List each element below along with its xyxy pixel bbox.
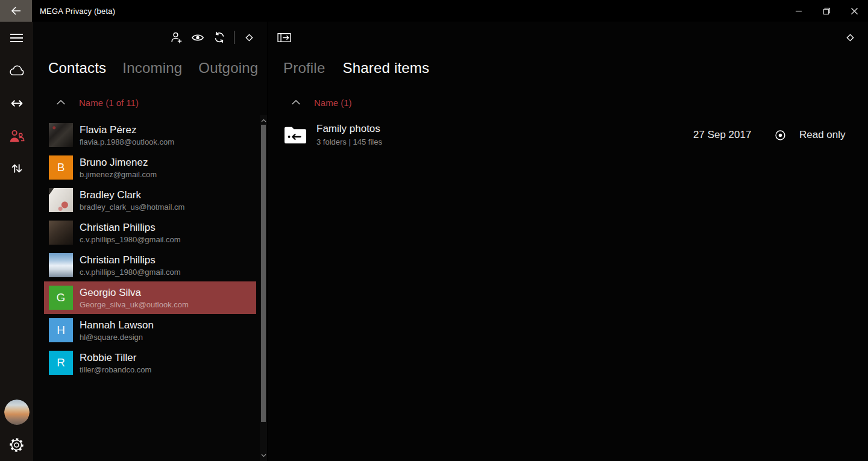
shared-item-text: Family photos 3 folders | 145 files xyxy=(316,122,382,147)
close-icon xyxy=(851,7,858,15)
contact-text: Christian Phillips c.v.phillips_1980@gma… xyxy=(80,254,181,277)
back-button[interactable] xyxy=(0,0,32,22)
read-only-icon xyxy=(775,130,786,141)
contact-row[interactable]: Flavia Pérez flavia.p.1988@outlook.com xyxy=(44,119,256,151)
tab-outgoing[interactable]: Outgoing xyxy=(198,60,258,77)
contact-name: Flavia Pérez xyxy=(80,124,174,136)
restore-button[interactable] xyxy=(813,0,840,22)
open-pane-icon xyxy=(277,33,291,43)
back-arrow-icon xyxy=(11,7,21,15)
sidebar-item-shared-folders[interactable] xyxy=(0,87,33,119)
sidebar xyxy=(0,22,33,461)
contact-name: Christian Phillips xyxy=(80,221,181,234)
shared-item-row[interactable]: Family photos 3 folders | 145 files 27 S… xyxy=(268,119,868,151)
contact-row-selected[interactable]: G Georgio Silva George_silva_uk@outlook.… xyxy=(44,281,256,314)
settings-button[interactable] xyxy=(0,428,33,461)
contact-avatar: R xyxy=(49,351,73,375)
shared-item-date: 27 Sep 2017 xyxy=(693,129,751,141)
contact-avatar xyxy=(49,253,73,277)
sync-icon xyxy=(213,31,225,43)
scrollbar-up-arrow[interactable] xyxy=(260,117,267,124)
add-contact-button[interactable] xyxy=(165,27,187,48)
sidebar-item-transfers[interactable] xyxy=(0,152,33,184)
contact-row[interactable]: Bradley Clark bradley_clark_us@hotmail.c… xyxy=(44,184,256,216)
contact-avatar xyxy=(49,188,73,212)
contact-name: Christian Phillips xyxy=(80,254,181,266)
hamburger-menu-button[interactable] xyxy=(0,22,33,54)
mega-privacy-app: MEGA Privacy (beta) xyxy=(0,0,868,461)
tab-contacts[interactable]: Contacts xyxy=(48,60,106,77)
contact-email: bradley_clark_us@hotmail.cm xyxy=(80,202,184,212)
contact-avatar: B xyxy=(49,155,73,180)
refresh-button[interactable] xyxy=(209,27,230,48)
contact-avatar xyxy=(49,221,73,245)
sidebar-item-cloud-drive[interactable] xyxy=(0,54,33,87)
sidebar-item-contacts[interactable] xyxy=(0,119,33,152)
contact-row[interactable]: R Robbie Tiller tiller@robandco.com xyxy=(44,347,256,379)
person-add-icon xyxy=(170,31,183,44)
avatar-initial: H xyxy=(57,324,65,337)
contacts-sort-button[interactable] xyxy=(238,27,260,48)
contact-name: Georgio Silva xyxy=(80,286,189,299)
gear-icon xyxy=(8,437,25,453)
contacts-panel: Contacts Incoming Outgoing Name (1 of 11… xyxy=(33,22,267,461)
contact-email: c.v.phillips_1980@gmail.com xyxy=(80,234,181,245)
open-pane-button[interactable] xyxy=(273,27,295,48)
shared-group-header[interactable]: Name (1) xyxy=(268,96,868,111)
contact-text: Robbie Tiller tiller@robandco.com xyxy=(80,351,151,375)
detail-toolbar-right xyxy=(839,27,861,48)
contact-text: Bruno Jimenez b.jimenez@gmail.com xyxy=(80,156,157,180)
contacts-group-label: Name (1 of 11) xyxy=(79,98,139,108)
shared-item-details: 3 folders | 145 files xyxy=(316,137,382,147)
contact-text: Bradley Clark bradley_clark_us@hotmail.c… xyxy=(80,189,184,212)
contacts-people-icon xyxy=(8,129,25,143)
contact-avatar: G xyxy=(49,286,73,310)
contact-row[interactable]: Christian Phillips c.v.phillips_1980@gma… xyxy=(44,216,256,249)
contact-text: Georgio Silva George_silva_uk@outlook.co… xyxy=(80,286,189,310)
titlebar: MEGA Privacy (beta) xyxy=(0,0,868,22)
restore-icon xyxy=(823,7,831,15)
app-title: MEGA Privacy (beta) xyxy=(40,7,115,16)
close-button[interactable] xyxy=(840,0,868,22)
minimize-button[interactable] xyxy=(785,0,813,22)
eye-icon xyxy=(191,33,204,42)
contact-list: Flavia Pérez flavia.p.1988@outlook.com B… xyxy=(44,119,256,379)
shared-group-label: Name (1) xyxy=(314,98,352,108)
contact-text: Hannah Lawson hl@square.design xyxy=(80,319,154,342)
left-right-arrows-icon xyxy=(10,98,24,108)
contact-row[interactable]: Christian Phillips c.v.phillips_1980@gma… xyxy=(44,249,256,281)
avatar-initial: B xyxy=(57,161,65,174)
contact-avatar: H xyxy=(49,318,73,342)
detail-tabs: Profile Shared items xyxy=(283,60,429,77)
avatar-initial: R xyxy=(57,356,65,369)
contact-email: tiller@robandco.com xyxy=(80,365,151,375)
shared-item-access-label: Read only xyxy=(799,129,846,141)
toolbar-separator xyxy=(234,31,234,44)
contact-row[interactable]: H Hannah Lawson hl@square.design xyxy=(44,314,256,347)
shared-item-name: Family photos xyxy=(316,122,382,136)
contact-email: flavia.p.1988@outlook.com xyxy=(80,137,174,147)
shared-item-access: Read only xyxy=(775,119,846,151)
contact-row[interactable]: B Bruno Jimenez b.jimenez@gmail.com xyxy=(44,151,256,184)
tab-incoming[interactable]: Incoming xyxy=(122,60,182,77)
contact-name: Robbie Tiller xyxy=(80,351,151,364)
view-contact-button[interactable] xyxy=(187,27,209,48)
scrollbar-down-arrow[interactable] xyxy=(260,452,267,459)
shared-items-list: Family photos 3 folders | 145 files 27 S… xyxy=(268,119,868,151)
chevron-up-icon xyxy=(291,99,301,107)
user-avatar[interactable] xyxy=(4,400,30,425)
user-avatar-photo xyxy=(4,400,30,425)
shared-items-sort-button[interactable] xyxy=(839,27,861,48)
contacts-scrollbar[interactable] xyxy=(260,115,267,461)
contact-email: George_silva_uk@outlook.com xyxy=(80,299,189,310)
scrollbar-thumb[interactable] xyxy=(261,125,266,422)
contact-avatar xyxy=(49,123,73,147)
tab-profile[interactable]: Profile xyxy=(283,60,325,77)
tab-shared-items[interactable]: Shared items xyxy=(342,60,429,77)
hamburger-menu-icon xyxy=(10,33,24,43)
up-down-arrows-icon xyxy=(10,163,24,174)
contact-email: b.jimenez@gmail.com xyxy=(80,169,157,180)
contact-email: hl@square.design xyxy=(80,332,154,342)
contacts-group-header[interactable]: Name (1 of 11) xyxy=(33,96,267,111)
contact-text: Flavia Pérez flavia.p.1988@outlook.com xyxy=(80,124,174,147)
